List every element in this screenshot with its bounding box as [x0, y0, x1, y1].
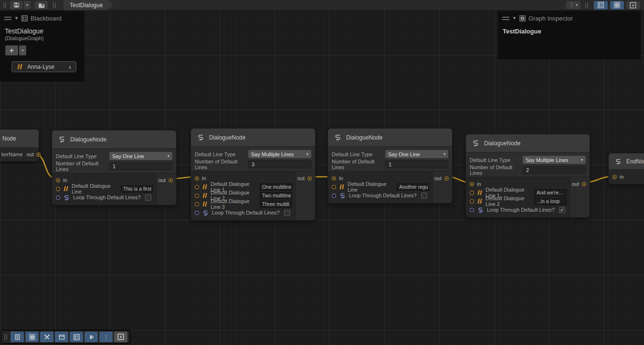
- loop-port[interactable]: [195, 211, 199, 215]
- loop-port[interactable]: [332, 194, 336, 198]
- toggle-blackboard-button[interactable]: [594, 1, 608, 10]
- tools-button[interactable]: [40, 332, 53, 342]
- node-title-bar[interactable]: DialogueNode: [328, 129, 452, 147]
- loop-port[interactable]: [56, 195, 60, 200]
- minimap-button[interactable]: [84, 332, 98, 342]
- node-title: EndNode: [626, 158, 644, 165]
- line-port[interactable]: [332, 185, 336, 189]
- node-title-bar[interactable]: DialogueNode: [466, 134, 590, 152]
- preview-bolt-icon: [630, 2, 636, 9]
- blackboard-field-anna-lyse[interactable]: Anna-Lyse ‹: [11, 61, 76, 72]
- line-port[interactable]: [56, 187, 60, 191]
- field-expander-icon[interactable]: ‹: [69, 64, 71, 70]
- graph-inspector-header[interactable]: ▼ Graph Inspector: [498, 11, 641, 24]
- line-port[interactable]: [470, 191, 474, 195]
- num-lines-field[interactable]: 1: [109, 162, 172, 170]
- toggle-inspector-button[interactable]: [610, 1, 624, 10]
- loop-checkbox[interactable]: [421, 193, 427, 199]
- loop-checkbox[interactable]: ✓: [559, 207, 565, 213]
- out-port[interactable]: [307, 176, 312, 181]
- num-lines-field[interactable]: 3: [248, 161, 311, 168]
- console-button[interactable]: [11, 332, 24, 342]
- node-end[interactable]: EndNode in: [608, 153, 644, 184]
- in-port[interactable]: [470, 182, 474, 186]
- blackboard-header[interactable]: ▼ Blackboard: [0, 11, 84, 24]
- out-port-row: out: [158, 176, 173, 184]
- loop-port[interactable]: [470, 208, 474, 212]
- property-label: Default Line Type: [195, 151, 248, 157]
- node-title: Node: [2, 135, 16, 142]
- dialogue-line-field[interactable]: And we're...: [534, 189, 567, 196]
- blackboard-button[interactable]: [70, 332, 83, 342]
- node-dialogue-3[interactable]: DialogueNode Default Line Type Say One L…: [327, 128, 453, 204]
- node-properties: Default Line Type Say One Line ▾ Number …: [328, 147, 452, 172]
- dialogue-quote-icon: [477, 190, 483, 195]
- node-dialogue-2[interactable]: DialogueNode Default Line Type Say Multi…: [190, 128, 316, 221]
- window-icon: [59, 334, 65, 340]
- loop-port-row: Loop Through Default Lines?: [195, 208, 295, 217]
- in-port[interactable]: [612, 175, 617, 179]
- out-port[interactable]: [582, 182, 586, 186]
- property-label: Default Line Type: [332, 151, 385, 157]
- node-title-bar[interactable]: EndNode: [609, 153, 644, 170]
- node-title-bar[interactable]: DialogueNode: [52, 130, 176, 149]
- save-button[interactable]: [10, 1, 23, 9]
- node-title-bar[interactable]: Node: [0, 129, 39, 148]
- node-dialogue-1[interactable]: DialogueNode Default Line Type Say One L…: [52, 130, 177, 205]
- dialogue-line-field[interactable]: Three multili: [260, 201, 292, 208]
- dialogue-line-field[interactable]: One multiline: [260, 183, 292, 191]
- in-port[interactable]: [332, 176, 336, 181]
- add-property-button[interactable]: +: [5, 45, 18, 55]
- line-type-dropdown[interactable]: Say Multiple Lines ▾: [248, 150, 311, 158]
- node-dialogue-4[interactable]: DialogueNode Default Line Type Say Multi…: [465, 134, 590, 218]
- in-port[interactable]: [195, 176, 199, 181]
- line-port[interactable]: [195, 202, 199, 206]
- input-ports: in Default Dialogue Line 1 One multiline…: [191, 172, 295, 220]
- node-title-bar[interactable]: DialogueNode: [191, 129, 315, 147]
- field-value: This is a first: [123, 186, 151, 192]
- line-port[interactable]: [195, 194, 199, 198]
- more-button[interactable]: ⋮: [99, 332, 113, 342]
- dialogue-line-field[interactable]: Another regu: [397, 183, 429, 191]
- window-button[interactable]: [55, 332, 68, 342]
- property-label: Number of Default Lines: [195, 159, 248, 170]
- dialogue-line-field[interactable]: Two multiline: [260, 192, 292, 199]
- property-row: Number of Default Lines 3: [195, 160, 311, 168]
- loop-checkbox[interactable]: [284, 210, 290, 216]
- out-label: out: [297, 175, 305, 181]
- dialogue-line-field[interactable]: This is a first: [121, 185, 153, 193]
- graph-editor-canvas[interactable]: { "glyphs": { "collapse": "▼", "caret": …: [0, 0, 644, 345]
- more-options-button[interactable]: ⋮ ▾: [566, 1, 581, 9]
- out-port[interactable]: [444, 176, 449, 181]
- tab-testdialogue[interactable]: TestDialogue: [63, 0, 113, 11]
- out-port[interactable]: [36, 152, 41, 157]
- collapse-icon[interactable]: ▼: [512, 16, 517, 21]
- toolbar-drag-handle[interactable]: [4, 334, 7, 340]
- node-start-partial[interactable]: Node kerName out: [0, 129, 39, 162]
- num-lines-field[interactable]: 2: [523, 166, 586, 174]
- in-label: in: [339, 175, 343, 181]
- line-type-dropdown[interactable]: Say Multiple Lines ▾: [523, 156, 586, 164]
- in-port[interactable]: [56, 178, 60, 183]
- line-type-dropdown[interactable]: Say One Line ▾: [385, 150, 448, 158]
- inspector-graph-name: TestDialogue: [498, 24, 641, 35]
- collapse-icon[interactable]: ▼: [14, 16, 19, 21]
- blackboard-panel: ▼ Blackboard TestDialogue (DialogueGraph…: [0, 11, 84, 82]
- in-label: in: [477, 181, 481, 187]
- line-port[interactable]: [195, 185, 199, 189]
- dialogue-line-field[interactable]: ...in a loop: [534, 198, 567, 205]
- preview-button[interactable]: [114, 332, 127, 342]
- toggle-preview-button[interactable]: [626, 1, 640, 10]
- num-lines-field[interactable]: 1: [385, 161, 448, 168]
- drag-handle-icon[interactable]: [4, 17, 11, 20]
- save-options-button[interactable]: ▾: [24, 1, 31, 9]
- line-type-dropdown[interactable]: Say One Line ▾: [109, 152, 172, 160]
- open-asset-button[interactable]: [35, 1, 48, 9]
- line-port[interactable]: [470, 199, 474, 204]
- drag-handle-icon[interactable]: [502, 17, 509, 20]
- out-port[interactable]: [169, 178, 173, 183]
- inspector-button[interactable]: [25, 332, 39, 342]
- add-property-options-button[interactable]: ▾: [19, 45, 26, 55]
- toolbar-drag-handle[interactable]: [3, 2, 6, 8]
- loop-checkbox[interactable]: [145, 194, 151, 201]
